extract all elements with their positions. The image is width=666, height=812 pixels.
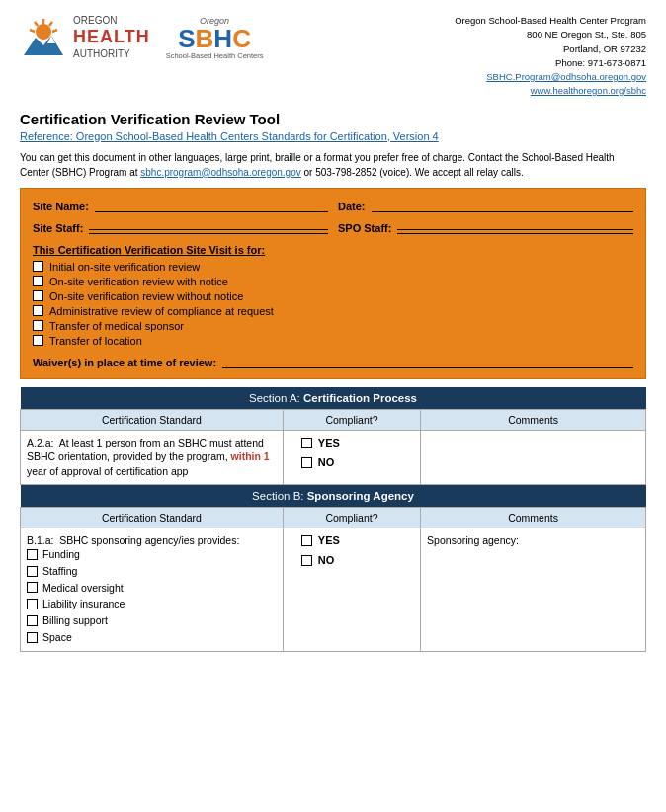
b1-liability-label: Liability insurance (42, 597, 125, 611)
address-email[interactable]: SBHC.Program@odhsoha.oregon.gov (455, 70, 646, 84)
section-b-header-row: Section B: Sponsoring Agency (21, 484, 646, 507)
section-b-name: Sponsoring Agency (307, 490, 414, 502)
sbhc-s: S (178, 24, 195, 53)
reference-link[interactable]: Reference: Oregon School-Based Health Ce… (20, 130, 646, 142)
svg-line-4 (35, 22, 38, 26)
checkbox-transfer-sponsor-label: Transfer of medical sponsor (49, 320, 184, 332)
address-line3: Portland, OR 97232 (455, 42, 646, 56)
a2a-no-checkbox[interactable] (301, 457, 312, 468)
checkbox-onsite-notice-box[interactable] (33, 276, 43, 286)
site-staff-input-1[interactable] (89, 229, 328, 230)
section-b-row-1: B.1.a: SBHC sponsoring agency/ies provid… (21, 528, 646, 652)
site-name-field: Site Name: (33, 199, 328, 212)
date-input[interactable] (372, 199, 633, 212)
b1a-no-box[interactable]: NO (301, 553, 414, 568)
sbhc-letters: SBHC (178, 26, 251, 51)
b1-funding-checkbox[interactable] (27, 549, 38, 560)
visit-type-section: This Certification Verification Site Vis… (33, 244, 633, 347)
visit-type-title: This Certification Verification Site Vis… (33, 244, 633, 256)
form-row-1: Site Name: Date: (33, 199, 633, 212)
b1-billing-checkbox[interactable] (27, 615, 38, 626)
waiver-input[interactable] (222, 355, 633, 368)
site-name-label: Site Name: (33, 201, 89, 212)
waiver-row: Waiver(s) in place at time of review: (33, 355, 633, 368)
b1-staffing-item[interactable]: Staffing (27, 564, 277, 579)
checkbox-admin-label: Administrative review of compliance at r… (49, 305, 274, 317)
table-section: Section A: Certification Process Certifi… (20, 387, 646, 653)
b1-space-label: Space (42, 630, 72, 645)
col-header-comments-a: Comments (421, 409, 646, 430)
b1a-standard-cell: B.1.a: SBHC sponsoring agency/ies provid… (21, 528, 284, 652)
checkbox-transfer-sponsor-box[interactable] (33, 320, 43, 331)
checkbox-onsite-notice-label: On-site verification review with notice (49, 276, 228, 287)
b1-space-checkbox[interactable] (27, 632, 38, 643)
logos-area: OREGON HEALTH AUTHORITY Oregon SBHC Scho… (20, 14, 263, 61)
b1-staffing-checkbox[interactable] (27, 566, 38, 577)
a2a-yes-label: YES (318, 436, 340, 450)
b1-space-item[interactable]: Space (27, 630, 277, 645)
address-website[interactable]: www.healthoregon.org/sbhc (455, 84, 646, 98)
svg-point-0 (36, 24, 51, 40)
section-a-name: Certification Process (303, 392, 417, 404)
checkbox-transfer-location[interactable]: Transfer of location (33, 335, 633, 347)
email-link[interactable]: sbhc.program@odhsoha.oregon.gov (140, 167, 300, 178)
checkbox-onsite-nonotice-box[interactable] (33, 290, 43, 301)
b1-funding-item[interactable]: Funding (27, 547, 277, 562)
spo-staff-input-1[interactable] (397, 229, 633, 230)
a2a-yes-box[interactable]: YES (301, 436, 414, 450)
site-name-input[interactable] (95, 199, 328, 212)
oha-icon (20, 14, 67, 61)
b1-medical-item[interactable]: Medical oversight (27, 581, 277, 596)
svg-line-2 (49, 22, 52, 26)
a2a-standard-cell: A.2.a: At least 1 person from an SBHC mu… (21, 430, 284, 484)
checkbox-initial-box[interactable] (33, 261, 43, 272)
oha-health: HEALTH (73, 27, 150, 48)
intro-text: You can get this document in other langu… (20, 150, 646, 180)
checkbox-transfer-location-box[interactable] (33, 335, 43, 346)
checkbox-transfer-sponsor[interactable]: Transfer of medical sponsor (33, 320, 633, 332)
b1a-no-checkbox[interactable] (301, 555, 312, 566)
b1a-yes-checkbox[interactable] (301, 535, 312, 546)
b1a-yes-box[interactable]: YES (301, 533, 414, 548)
bold-highlight: within 1 (231, 450, 270, 462)
col-header-compliant-b: Compliant? (283, 507, 420, 528)
b1-medical-label: Medical oversight (42, 581, 124, 596)
oha-logo: OREGON HEALTH AUTHORITY (20, 14, 150, 61)
spo-staff-field: SPO Staff: (338, 222, 633, 234)
checkbox-onsite-nonotice[interactable]: On-site verification review without noti… (33, 290, 633, 302)
address-phone: Phone: 971-673-0871 (455, 56, 646, 70)
sbhc-b: B (196, 24, 214, 53)
checkbox-onsite-nonotice-label: On-site verification review without noti… (49, 290, 243, 302)
checkbox-admin[interactable]: Administrative review of compliance at r… (33, 305, 633, 317)
checkbox-initial[interactable]: Initial on-site verification review (33, 261, 633, 273)
b1a-comments-text: Sponsoring agency: (427, 534, 519, 546)
waiver-label: Waiver(s) in place at time of review: (33, 357, 216, 368)
page-container: OREGON HEALTH AUTHORITY Oregon SBHC Scho… (0, 0, 666, 666)
oha-oregon: OREGON (73, 15, 150, 27)
b1-liability-checkbox[interactable] (27, 599, 38, 609)
section-b-header: Section B: Sponsoring Agency (21, 484, 646, 507)
col-header-standard-a: Certification Standard (21, 409, 284, 430)
section-a-col-headers: Certification Standard Compliant? Commen… (21, 409, 646, 430)
b1-billing-label: Billing support (42, 613, 108, 628)
site-staff-field: Site Staff: (33, 222, 328, 234)
b1-billing-item[interactable]: Billing support (27, 613, 277, 628)
b1-medical-checkbox[interactable] (27, 582, 38, 593)
a2a-yes-checkbox[interactable] (301, 438, 312, 448)
a2a-compliant-cell: YES NO (283, 430, 420, 484)
site-staff-input-2[interactable] (89, 233, 328, 234)
b1a-no-label: NO (318, 553, 335, 568)
spo-staff-input-2[interactable] (397, 233, 633, 234)
b1a-comments-cell: Sponsoring agency: (421, 528, 646, 652)
a2a-no-box[interactable]: NO (301, 455, 414, 470)
certification-table: Section A: Certification Process Certifi… (20, 387, 646, 653)
date-field: Date: (338, 199, 633, 212)
oha-text: OREGON HEALTH AUTHORITY (73, 15, 150, 60)
b1-liability-item[interactable]: Liability insurance (27, 597, 277, 611)
spo-staff-label: SPO Staff: (338, 222, 391, 234)
checkbox-onsite-notice[interactable]: On-site verification review with notice (33, 276, 633, 287)
a2a-no-label: NO (318, 455, 335, 470)
checkbox-admin-box[interactable] (33, 305, 43, 316)
checkbox-transfer-location-label: Transfer of location (49, 335, 142, 347)
section-b-col-headers: Certification Standard Compliant? Commen… (21, 507, 646, 528)
